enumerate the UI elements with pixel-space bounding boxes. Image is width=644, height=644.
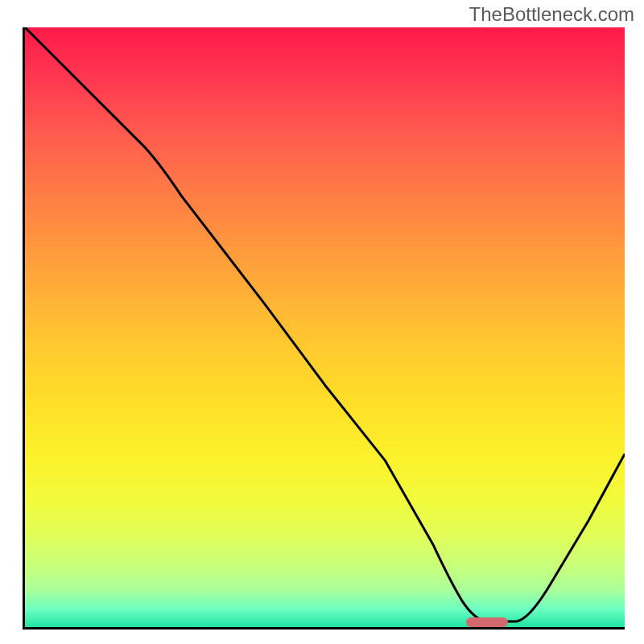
curve-svg bbox=[25, 27, 625, 627]
plot-area bbox=[23, 27, 625, 630]
optimal-marker bbox=[466, 617, 508, 627]
watermark-text: TheBottleneck.com bbox=[469, 3, 634, 26]
bottleneck-curve-path bbox=[25, 27, 625, 621]
